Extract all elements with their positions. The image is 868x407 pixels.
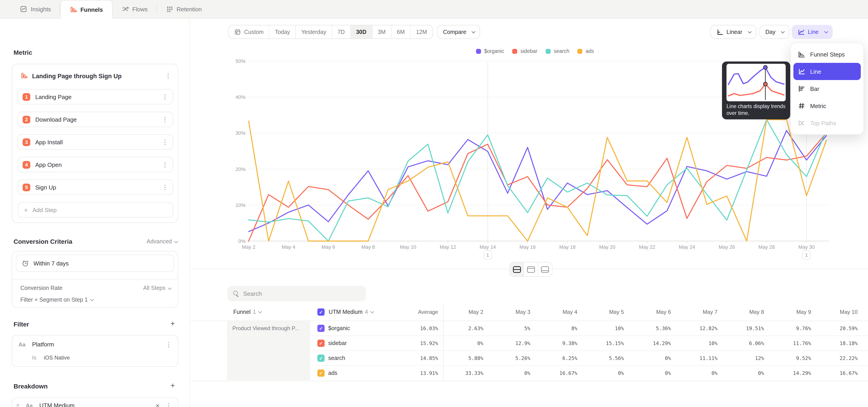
range-label: 12M [416, 29, 427, 35]
cell-value: 6.06% [719, 336, 764, 351]
filter-card[interactable]: Aa Platform ⋮ Is iOS Native [12, 335, 178, 367]
menu-item-label: Funnel Steps [810, 51, 845, 58]
layout-split-button[interactable] [510, 262, 524, 276]
menu-item-metric[interactable]: Metric [794, 97, 861, 115]
menu-item-funnel-steps[interactable]: Funnel Steps [794, 46, 861, 63]
funnel-column-header[interactable]: Funnel 1 [233, 304, 261, 321]
funnel-step-row[interactable]: 3 App Install ⋮ [18, 134, 173, 150]
filter-segment-dropdown[interactable]: Filter + Segment on Step 1 [20, 295, 93, 304]
svg-text:May 2: May 2 [242, 244, 255, 250]
funnel-step-row[interactable]: 1 Landing Page ⋮ [18, 89, 173, 104]
svg-text:May 18: May 18 [559, 244, 576, 250]
range-12m[interactable]: 12M [411, 25, 433, 38]
conversion-rate-dropdown[interactable]: All Steps [143, 285, 170, 291]
search-input[interactable] [243, 290, 366, 297]
funnel-step-row[interactable]: 2 Download Page ⋮ [18, 112, 173, 127]
line-chart-icon [798, 68, 805, 75]
tab-retention[interactable]: Retention [157, 0, 211, 18]
series-name: ads [328, 366, 337, 381]
breakdown-column-header[interactable]: ✓ UTM Medium 4 [317, 304, 373, 321]
legend-item[interactable]: sidebar [512, 49, 537, 54]
tab-label: Insights [31, 6, 51, 12]
funnel-step-row[interactable]: 4 App Open ⋮ [18, 157, 173, 172]
layout-table-only-button[interactable] [538, 262, 552, 276]
add-step-button[interactable]: + Add Step [18, 202, 173, 218]
svg-text:20%: 20% [236, 166, 246, 172]
breakdown-card[interactable]: ≡ Aa UTM Medium × ⋮ [12, 398, 178, 407]
menu-item-top-paths[interactable]: Top Paths [794, 115, 861, 132]
range-custom[interactable]: Custom [229, 25, 270, 38]
series-checkbox[interactable]: ✓ [317, 325, 324, 332]
table-row-group-cell[interactable]: Product Viewed through P... [227, 321, 310, 380]
granularity-dropdown[interactable]: Day [760, 25, 789, 39]
menu-item-bar[interactable]: Bar [794, 80, 861, 97]
property-type-badge: Aa [19, 341, 26, 348]
clock-icon [22, 259, 29, 267]
step-kebab-icon[interactable]: ⋮ [162, 161, 168, 168]
tab-funnels[interactable]: Funnels [60, 0, 113, 19]
tab-insights[interactable]: Insights [11, 0, 60, 18]
compare-button[interactable]: Compare [437, 25, 480, 39]
cell-value: 19.51% [719, 321, 764, 336]
date-column-header: May 6 [626, 304, 671, 321]
series-checkbox[interactable]: ✓ [317, 354, 324, 362]
chevron-down-icon [472, 29, 475, 33]
step-label: Download Page [35, 116, 162, 123]
cell-value: 5% [485, 321, 530, 336]
step-kebab-icon[interactable]: ⋮ [162, 139, 168, 145]
date-column-header: May 7 [672, 304, 717, 321]
range-30d[interactable]: 30D [350, 25, 372, 38]
close-icon[interactable]: × [156, 402, 160, 407]
funnel-kebab-icon[interactable]: ⋮ [165, 72, 171, 79]
legend-swatch [546, 49, 551, 54]
chevron-down-icon [174, 240, 178, 243]
chevron-down-icon [90, 298, 94, 301]
series-checkbox[interactable]: ✓ [317, 370, 324, 377]
filter-value[interactable]: iOS Native [44, 354, 70, 361]
tab-flows[interactable]: Flows [112, 0, 157, 18]
chart-type-dropdown[interactable]: Line [792, 25, 833, 39]
cell-value: 0% [672, 366, 717, 381]
funnel-step-row[interactable]: 5 Sign Up ⋮ [18, 180, 173, 195]
cell-value: 16.67% [532, 366, 577, 381]
layout-toggle-group [509, 262, 553, 277]
filter-kebab-icon[interactable]: ⋮ [165, 341, 172, 348]
legend-item[interactable]: ads [578, 49, 594, 54]
step-kebab-icon[interactable]: ⋮ [162, 94, 168, 100]
range-label: 30D [356, 29, 366, 35]
add-filter-button[interactable]: + [168, 320, 177, 328]
cell-value: 33.33% [438, 366, 483, 381]
chevron-down-icon [370, 310, 374, 313]
chevron-down-icon [258, 310, 262, 313]
filter-section-title: Filter [13, 321, 29, 328]
conversion-window-input[interactable]: Within 7 days [16, 255, 174, 272]
breakdown-kebab-icon[interactable]: ⋮ [165, 403, 172, 407]
advanced-dropdown[interactable]: Advanced [147, 238, 177, 245]
scale-dropdown[interactable]: Linear [710, 25, 756, 39]
layout-chart-only-button[interactable] [524, 262, 538, 276]
menu-item-label: Bar [810, 85, 819, 92]
menu-item-line[interactable]: Line [794, 63, 861, 80]
step-kebab-icon[interactable]: ⋮ [162, 116, 168, 123]
series-checkbox[interactable]: ✓ [317, 340, 324, 347]
cell-value: 6.25% [532, 351, 577, 366]
add-breakdown-button[interactable]: + [168, 382, 177, 390]
svg-text:30%: 30% [236, 130, 246, 136]
step-kebab-icon[interactable]: ⋮ [162, 184, 168, 190]
range-yesterday[interactable]: Yesterday [296, 25, 332, 38]
average-value: 15.92% [393, 336, 438, 351]
cell-value: 9.38% [532, 336, 577, 351]
legend-item[interactable]: search [546, 49, 569, 54]
line-chart-icon [798, 28, 805, 35]
range-7d[interactable]: 7D [332, 25, 350, 38]
range-6m[interactable]: 6M [392, 25, 411, 38]
funnel-name: Landing Page through Sign Up [32, 73, 122, 80]
search-icon [233, 291, 239, 296]
range-3m[interactable]: 3M [372, 25, 392, 38]
range-today[interactable]: Today [270, 25, 296, 38]
legend-item[interactable]: $organic [476, 49, 504, 54]
breakdown-checkbox[interactable]: ✓ [317, 308, 324, 316]
cell-value: 0% [438, 336, 483, 351]
conversion-criteria-title: Conversion Criteria [13, 238, 72, 245]
drag-handle-icon[interactable]: ≡ [16, 402, 20, 407]
